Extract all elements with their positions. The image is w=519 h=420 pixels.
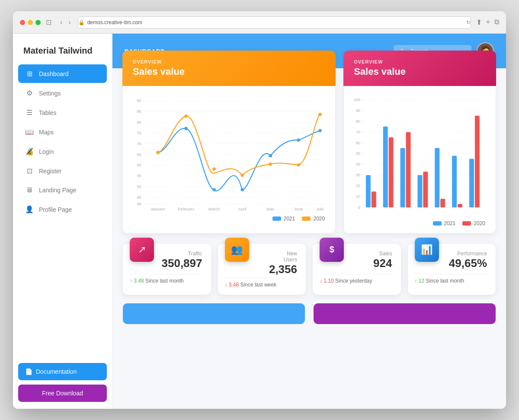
app-layout: Material Tailwind ⊞ Dashboard ⚙ Settings… (13, 34, 506, 409)
svg-text:80: 80 (356, 119, 360, 124)
tab-overview-icon[interactable]: ⧉ (494, 18, 499, 26)
svg-text:40: 40 (137, 201, 141, 206)
bar-legend-color-2020 (462, 221, 471, 226)
svg-text:75: 75 (137, 130, 141, 135)
address-bar[interactable]: 🔒 demos.creative-tim.com ↻ (78, 16, 471, 29)
users-icon: 👥 (231, 244, 243, 255)
svg-text:January: January (151, 207, 165, 210)
sidebar-item-maps[interactable]: 📖 Maps (18, 123, 107, 141)
svg-text:0: 0 (358, 205, 360, 210)
close-button[interactable] (20, 20, 25, 25)
sidebar-label-dashboard: Dashboard (39, 70, 69, 77)
traffic-icon-box: ↗ (130, 238, 154, 262)
back-button[interactable]: ‹ (58, 18, 64, 27)
svg-text:July: July (317, 207, 324, 210)
svg-text:50: 50 (356, 151, 360, 156)
profile-icon: 👤 (25, 205, 34, 213)
svg-rect-65 (366, 175, 371, 207)
svg-text:100: 100 (354, 98, 360, 102)
svg-text:70: 70 (356, 130, 360, 134)
line-chart-body: 90 85 80 75 70 65 60 55 50 45 40 (123, 86, 335, 229)
svg-rect-71 (418, 175, 423, 207)
nav-items: ⊞ Dashboard ⚙ Settings ☰ Tables 📖 Maps 🔏 (13, 64, 112, 356)
svg-text:10: 10 (356, 194, 360, 199)
sidebar-label-settings: Settings (39, 90, 61, 97)
stat-card-performance: 📊 Performance 49,65% ↑ 12 Since last mon… (408, 244, 496, 295)
download-button[interactable]: Free Download (18, 385, 107, 402)
performance-footer-text: Since last month (426, 278, 465, 284)
bar-legend-label-2020: 2020 (474, 220, 485, 226)
performance-label: Performance (446, 251, 487, 257)
svg-point-32 (240, 188, 244, 191)
documentation-button[interactable]: 📄 Documentation (18, 363, 107, 380)
svg-text:30: 30 (356, 173, 360, 177)
sidebar-toggle-icon[interactable]: ⊡ (46, 18, 51, 26)
svg-point-39 (240, 174, 244, 177)
bar-chart-title: Sales value (354, 66, 486, 77)
main-content: DASHBOARD 🔍 🧔 (112, 34, 506, 409)
settings-icon: ⚙ (25, 89, 34, 97)
reload-icon[interactable]: ↻ (466, 19, 471, 25)
svg-text:June: June (294, 207, 303, 210)
svg-text:90: 90 (137, 98, 141, 103)
sidebar-item-settings[interactable]: ⚙ Settings (18, 84, 107, 102)
sales-label: Sales (351, 251, 392, 257)
sidebar-label-profile: Profile Page (39, 206, 72, 213)
sidebar-label-login: Login (39, 148, 54, 155)
svg-rect-70 (406, 132, 411, 207)
register-icon: ⊡ (25, 167, 34, 175)
docs-label: Documentation (36, 368, 77, 375)
svg-rect-73 (435, 148, 439, 207)
bar-legend-color-2021 (433, 221, 442, 226)
sidebar-label-landing: Landing Page (39, 187, 76, 194)
legend-color-2020 (302, 216, 311, 221)
bottom-button-blue[interactable] (123, 303, 305, 324)
share-icon[interactable]: ⬆ (476, 18, 482, 26)
svg-rect-75 (452, 156, 457, 207)
svg-point-31 (212, 188, 216, 191)
svg-point-34 (297, 138, 300, 142)
bar-chart-card: OVERVIEW Sales value 100 90 80 70 60 (344, 51, 496, 233)
login-icon: 🔏 (25, 147, 34, 156)
sales-value: 924 (351, 257, 392, 270)
svg-rect-76 (458, 204, 462, 207)
sidebar-item-landing[interactable]: 🖥 Landing Page (18, 181, 107, 199)
maximize-button[interactable] (35, 20, 41, 25)
minimize-button[interactable] (28, 20, 33, 25)
svg-point-33 (269, 154, 272, 158)
dashboard-body: OVERVIEW Sales value 90 85 80 75 70 (112, 51, 506, 334)
users-label: NewUsers (256, 251, 298, 263)
sidebar: Material Tailwind ⊞ Dashboard ⚙ Settings… (13, 34, 112, 409)
line-chart-svg: 90 85 80 75 70 65 60 55 50 45 40 (130, 95, 328, 210)
svg-rect-78 (475, 116, 480, 207)
line-chart-card: OVERVIEW Sales value 90 85 80 75 70 (123, 51, 335, 233)
svg-text:45: 45 (137, 195, 141, 200)
svg-text:February: February (178, 207, 194, 210)
svg-rect-68 (389, 137, 394, 207)
line-chart-label: OVERVIEW (133, 59, 325, 64)
lock-icon: 🔒 (78, 19, 85, 25)
svg-text:85: 85 (137, 109, 141, 114)
sidebar-item-profile[interactable]: 👤 Profile Page (18, 200, 107, 219)
sidebar-bottom: 📄 Documentation Free Download (13, 356, 112, 409)
performance-icon-box: 📊 (415, 238, 439, 262)
bottom-button-purple[interactable] (314, 303, 496, 324)
sidebar-item-login[interactable]: 🔏 Login (18, 142, 107, 161)
sidebar-item-dashboard[interactable]: ⊞ Dashboard (18, 64, 107, 83)
svg-point-41 (297, 163, 300, 167)
performance-value: 49,65% (446, 257, 487, 270)
svg-text:60: 60 (356, 141, 360, 145)
svg-rect-72 (423, 172, 428, 207)
forward-button[interactable]: › (67, 18, 72, 27)
sidebar-item-tables[interactable]: ☰ Tables (18, 103, 107, 122)
users-footer-text: Since last week (240, 282, 276, 288)
svg-text:65: 65 (137, 152, 141, 157)
bar-legend-2021: 2021 (433, 220, 456, 226)
svg-rect-67 (383, 127, 388, 207)
performance-icon: 📊 (421, 244, 432, 255)
new-tab-icon[interactable]: + (486, 18, 490, 26)
sales-footer-text: Since yesterday (335, 278, 372, 284)
line-chart-header: OVERVIEW Sales value (122, 51, 336, 86)
sidebar-item-register[interactable]: ⊡ Register (18, 162, 107, 180)
legend-item-2021: 2021 (272, 216, 295, 222)
